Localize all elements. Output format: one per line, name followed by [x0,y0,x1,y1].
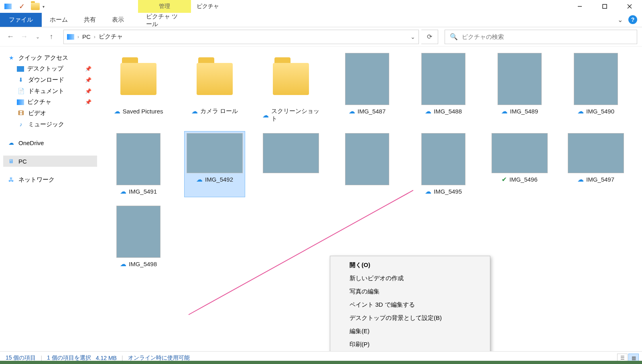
sidebar-videos[interactable]: 🎞ビデオ [3,107,97,119]
item-label: Saved Pictures [123,108,163,115]
forward-button[interactable]: → [18,31,30,42]
image-item[interactable]: ☁IMG_5491 [108,131,169,197]
sidebar-label: クイック アクセス [18,54,68,62]
back-button[interactable]: ← [5,31,16,42]
ribbon-expand-icon[interactable]: ⌄ [618,16,623,24]
context-menu-label: 写真の編集 [349,288,380,295]
refresh-button[interactable]: ⟳ [421,30,438,44]
context-menu-item[interactable]: 印刷(P) [330,338,490,351]
sidebar-pc[interactable]: 🖥PC [3,156,97,167]
quick-access-toolbar: ✓ ▾ [0,0,45,13]
context-menu-label: 編集(E) [349,328,370,335]
context-menu-item[interactable]: 編集(E) [330,325,490,338]
context-menu-item[interactable]: 写真の編集 [330,285,490,298]
minimize-button[interactable] [567,0,592,13]
window-title: ピクチャ [197,3,219,10]
sidebar-label: ネットワーク [18,176,55,184]
image-item[interactable]: ☁IMG_5492 [185,131,245,197]
status-availability: オンライン時に使用可能 [128,354,190,362]
status-size: 4.12 MB [96,355,117,361]
image-item[interactable]: ☁IMG_5489 [490,51,550,124]
sidebar-downloads[interactable]: ⬇ダウンロード📌 [3,74,97,85]
content-pane[interactable]: ☁Saved Pictures☁カメラ ロール☁スクリーンショット☁IMG_54… [100,47,642,351]
context-menu-item[interactable]: 新しいビデオの作成 [330,272,490,285]
navigation-pane: ★クイック アクセス デスクトップ📌 ⬇ダウンロード📌 📄ドキュメント📌 ピクチ… [0,47,100,351]
help-icon[interactable]: ? [628,15,637,24]
sidebar-label: ピクチャ [27,98,51,106]
maximize-button[interactable] [592,0,617,13]
breadcrumb-pc[interactable]: PC [82,33,91,40]
image-item[interactable]: ☁IMG_5490 [566,51,626,124]
folder-item[interactable]: ☁スクリーンショット [261,51,321,124]
context-menu-label: デスクトップの背景として設定(B) [349,314,442,322]
address-bar[interactable]: › PC › ピクチャ ⌄ [63,30,419,44]
cloud-icon: ☁ [577,176,584,183]
up-button[interactable]: ↑ [46,31,57,42]
image-item[interactable]: ✔IMG_5496 [490,131,550,197]
tab-home[interactable]: ホーム [42,13,76,27]
sidebar-documents[interactable]: 📄ドキュメント📌 [3,85,97,97]
sidebar-quick-access[interactable]: ★クイック アクセス [3,52,97,63]
image-item[interactable]: ☁IMG_5497 [566,131,626,197]
pin-icon: 📌 [85,99,91,105]
context-menu-label: 新しいビデオの作成 [349,275,404,282]
context-menu-item[interactable]: ペイント 3D で編集する [330,298,490,311]
sidebar-desktop[interactable]: デスクトップ📌 [3,63,97,74]
svg-rect-1 [603,4,607,8]
recent-dropdown-icon[interactable]: ⌄ [32,31,43,42]
item-label: スクリーンショット [271,107,319,123]
cloud-icon: ☁ [120,188,126,195]
cloud-icon: ☁ [196,176,203,183]
cloud-icon: ☁ [425,188,431,195]
item-label: IMG_5495 [434,188,462,195]
sidebar-label: ミュージック [28,121,64,128]
context-menu-label: 印刷(P) [349,341,370,348]
sidebar-pictures[interactable]: ピクチャ📌 [3,97,97,107]
qat-properties-icon[interactable]: ✓ [16,1,27,12]
folder-item[interactable]: ☁Saved Pictures [108,51,169,124]
qat-folder-icon[interactable] [30,1,41,12]
tab-share[interactable]: 共有 [76,13,104,27]
desktop-icon [17,66,24,72]
context-menu-item[interactable]: 開く(O) [330,259,490,272]
breadcrumb-sep-icon[interactable]: › [94,34,95,40]
image-item[interactable] [261,131,321,197]
sidebar-onedrive[interactable]: ☁OneDrive [3,137,97,148]
cloud-icon: ☁ [501,107,508,115]
folder-item[interactable]: ☁カメラ ロール [185,51,245,124]
item-label: IMG_5496 [509,176,537,183]
breadcrumb-pictures[interactable]: ピクチャ [99,33,123,40]
title-bar: ✓ ▾ 管理 ピクチャ [0,0,642,13]
image-item[interactable]: ☁IMG_5488 [413,51,473,124]
tab-file[interactable]: ファイル [0,13,42,27]
video-icon: 🎞 [17,109,25,117]
app-icon[interactable] [2,1,14,12]
breadcrumb-sep-icon[interactable]: › [77,34,79,40]
pin-icon: 📌 [85,88,91,94]
cloud-icon: ☁ [577,107,584,115]
context-menu-item[interactable]: デスクトップの背景として設定(B) [330,311,490,325]
status-selection: 1 個の項目を選択 [47,354,91,362]
qat-dropdown-icon[interactable]: ▾ [43,4,45,9]
sidebar-label: ビデオ [28,109,46,117]
search-box[interactable]: 🔍 [445,30,637,44]
address-dropdown-icon[interactable]: ⌄ [410,34,415,40]
item-label: IMG_5488 [434,108,462,115]
image-item[interactable] [337,131,397,197]
sidebar-network[interactable]: 🖧ネットワーク [3,174,97,185]
cloud-icon: ☁ [262,111,269,119]
close-button[interactable] [617,0,642,13]
search-input[interactable] [462,33,632,40]
address-folder-icon [67,34,74,40]
item-label: IMG_5497 [586,176,614,183]
sidebar-music[interactable]: ♪ミュージック [3,119,97,130]
sidebar-label: ダウンロード [28,76,64,84]
cloud-icon: ☁ [7,139,15,147]
tab-view[interactable]: 表示 [104,13,132,27]
item-label: IMG_5498 [129,261,157,267]
image-item[interactable]: ☁IMG_5498 [108,204,169,269]
image-item[interactable]: ☁IMG_5495 [413,131,473,197]
tab-picture-tools[interactable]: ピクチャ ツール [138,13,191,28]
pin-icon: 📌 [85,77,91,83]
image-item[interactable]: ☁IMG_5487 [337,51,397,124]
